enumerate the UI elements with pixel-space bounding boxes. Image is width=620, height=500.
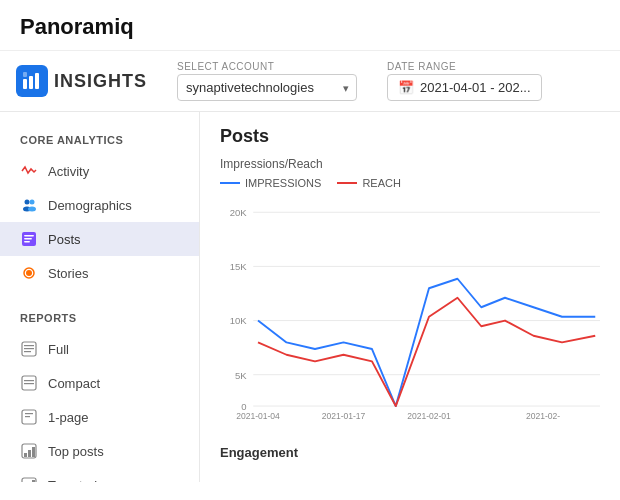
- reports-section: REPORTS Full Compact 1-page: [0, 306, 199, 482]
- svg-rect-10: [24, 238, 32, 240]
- svg-rect-16: [24, 348, 34, 349]
- svg-rect-22: [25, 413, 33, 414]
- svg-text:2021-02-: 2021-02-: [526, 411, 560, 421]
- svg-rect-17: [24, 351, 31, 352]
- insights-logo: INSIGHTS: [16, 65, 147, 97]
- sidebar-item-full[interactable]: Full: [0, 332, 199, 366]
- demographics-icon: [20, 196, 38, 214]
- stories-icon: [20, 264, 38, 282]
- 1page-report-icon: [20, 408, 38, 426]
- chart-legend: IMPRESSIONS REACH: [220, 177, 600, 189]
- svg-rect-25: [24, 453, 27, 457]
- svg-text:2021-01-04: 2021-01-04: [236, 411, 280, 421]
- sidebar-item-top-stories[interactable]: Top stories: [0, 468, 199, 482]
- date-range-text: 2021-04-01 - 202...: [420, 80, 531, 95]
- svg-rect-23: [25, 416, 30, 417]
- account-select-wrapper: synaptivetechnologies: [177, 74, 357, 101]
- top-posts-icon: [20, 442, 38, 460]
- sidebar-item-compact[interactable]: Compact: [0, 366, 199, 400]
- activity-icon: [20, 162, 38, 180]
- svg-point-4: [25, 200, 30, 205]
- svg-rect-20: [24, 383, 34, 384]
- activity-label: Activity: [48, 164, 89, 179]
- impressions-line: [258, 279, 595, 406]
- sidebar-item-1page[interactable]: 1-page: [0, 400, 199, 434]
- svg-text:0: 0: [241, 401, 246, 412]
- demographics-label: Demographics: [48, 198, 132, 213]
- reach-legend: REACH: [337, 177, 401, 189]
- svg-rect-3: [23, 72, 27, 77]
- sidebar-item-top-posts[interactable]: Top posts: [0, 434, 199, 468]
- svg-rect-27: [32, 447, 35, 457]
- main-content: Posts Impressions/Reach IMPRESSIONS REAC…: [200, 112, 620, 482]
- account-select-group: SELECT ACCOUNT synaptivetechnologies: [177, 61, 357, 101]
- top-stories-icon: [20, 476, 38, 482]
- main-layout: CORE ANALYTICS Activity Demographics: [0, 112, 620, 482]
- svg-rect-26: [28, 450, 31, 457]
- svg-point-5: [30, 200, 35, 205]
- sidebar-item-posts[interactable]: Posts: [0, 222, 199, 256]
- sidebar-item-activity[interactable]: Activity: [0, 154, 199, 188]
- svg-point-7: [28, 207, 36, 212]
- account-select-label: SELECT ACCOUNT: [177, 61, 357, 72]
- top-bar: INSIGHTS SELECT ACCOUNT synaptivetechnol…: [0, 51, 620, 112]
- core-analytics-title: CORE ANALYTICS: [0, 128, 199, 154]
- svg-rect-0: [23, 79, 27, 89]
- full-report-icon: [20, 340, 38, 358]
- svg-text:2021-02-01: 2021-02-01: [407, 411, 451, 421]
- svg-text:10K: 10K: [230, 315, 248, 326]
- reach-legend-label: REACH: [362, 177, 401, 189]
- svg-point-13: [26, 270, 32, 276]
- svg-text:15K: 15K: [230, 261, 248, 272]
- date-range-group: DATE RANGE 📅 2021-04-01 - 202...: [387, 61, 542, 101]
- logo-icon-box: [16, 65, 48, 97]
- svg-rect-31: [32, 480, 35, 482]
- stories-label: Stories: [48, 266, 88, 281]
- svg-rect-11: [24, 241, 30, 243]
- full-label: Full: [48, 342, 69, 357]
- impressions-legend: IMPRESSIONS: [220, 177, 321, 189]
- svg-rect-9: [24, 235, 34, 237]
- calendar-icon: 📅: [398, 80, 414, 95]
- sidebar-item-stories[interactable]: Stories: [0, 256, 199, 290]
- posts-label: Posts: [48, 232, 81, 247]
- impressions-svg: 20K 15K 10K 5K 0: [220, 197, 600, 427]
- chart-label: Impressions/Reach: [220, 157, 600, 171]
- svg-text:20K: 20K: [230, 207, 248, 218]
- svg-rect-2: [35, 73, 39, 89]
- compact-report-icon: [20, 374, 38, 392]
- svg-rect-1: [29, 76, 33, 89]
- top-posts-label: Top posts: [48, 444, 104, 459]
- impressions-legend-label: IMPRESSIONS: [245, 177, 321, 189]
- impressions-legend-line: [220, 182, 240, 184]
- date-range-value[interactable]: 📅 2021-04-01 - 202...: [387, 74, 542, 101]
- sidebar-item-demographics[interactable]: Demographics: [0, 188, 199, 222]
- posts-icon: [20, 230, 38, 248]
- page-title: Posts: [220, 126, 600, 147]
- compact-label: Compact: [48, 376, 100, 391]
- sidebar: CORE ANALYTICS Activity Demographics: [0, 112, 200, 482]
- date-range-label: DATE RANGE: [387, 61, 542, 72]
- logo-text: INSIGHTS: [54, 71, 147, 92]
- svg-text:5K: 5K: [235, 370, 247, 381]
- svg-text:2021-01-17: 2021-01-17: [322, 411, 366, 421]
- app-title: Panoramiq: [20, 14, 600, 40]
- impressions-chart-container: Impressions/Reach IMPRESSIONS REACH 20K …: [220, 157, 600, 437]
- chart-svg-area: 20K 15K 10K 5K 0: [220, 197, 600, 437]
- top-stories-label: Top stories: [48, 478, 111, 483]
- reports-title: REPORTS: [0, 306, 199, 332]
- reach-line: [258, 298, 595, 406]
- engagement-label: Engagement: [220, 445, 600, 460]
- reach-legend-line: [337, 182, 357, 184]
- account-select[interactable]: synaptivetechnologies: [177, 74, 357, 101]
- 1page-label: 1-page: [48, 410, 88, 425]
- svg-rect-19: [24, 380, 34, 381]
- svg-rect-15: [24, 345, 34, 346]
- logo-svg: [22, 71, 42, 91]
- header: Panoramiq: [0, 0, 620, 51]
